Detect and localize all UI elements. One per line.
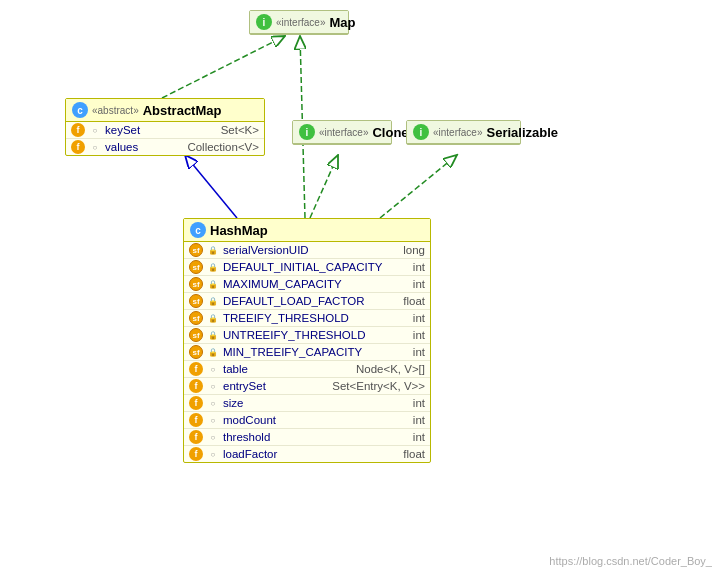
hashmap-class-box: c HashMap sf 🔒 serialVersionUID long sf …	[183, 218, 431, 463]
hashmap-field-row: f ○ loadFactor float	[184, 446, 430, 462]
hashmap-field-row: f ○ size int	[184, 395, 430, 412]
field-type: Node<K, V>[]	[356, 363, 425, 375]
field-icon-f: f	[71, 140, 85, 154]
field-type: int	[413, 329, 425, 341]
hashmap-header: c HashMap	[184, 219, 430, 242]
field-modifier: ○	[207, 363, 219, 375]
cloneable-icon: i	[299, 124, 315, 140]
abstractmap-field-keyset: f ○ keySet Set<K>	[66, 122, 264, 139]
field-modifier: ○	[207, 380, 219, 392]
serializable-stereotype: «interface»	[433, 127, 482, 138]
map-stereotype: «interface»	[276, 17, 325, 28]
field-modifier: ○	[89, 141, 101, 153]
serializable-header: i «interface» Serializable	[407, 121, 520, 144]
field-icon-f: f	[189, 430, 203, 444]
field-lock: 🔒	[207, 346, 219, 358]
field-lock: 🔒	[207, 295, 219, 307]
static-field-icon: sf	[189, 311, 203, 325]
hashmap-field-row: f ○ modCount int	[184, 412, 430, 429]
field-type: float	[403, 295, 425, 307]
cloneable-class-box: i «interface» Cloneable	[292, 120, 392, 145]
hashmap-icon: c	[190, 222, 206, 238]
field-name: DEFAULT_INITIAL_CAPACITY	[223, 261, 409, 273]
abstractmap-icon: c	[72, 102, 88, 118]
hashmap-field-row: sf 🔒 TREEIFY_THRESHOLD int	[184, 310, 430, 327]
field-type: int	[413, 312, 425, 324]
svg-line-5	[185, 155, 237, 218]
field-modifier: ○	[207, 414, 219, 426]
field-name: TREEIFY_THRESHOLD	[223, 312, 409, 324]
field-type: Set<K>	[221, 124, 259, 136]
abstractmap-name: AbstractMap	[143, 103, 222, 118]
abstractmap-class-box: c «abstract» AbstractMap f ○ keySet Set<…	[65, 98, 265, 156]
field-type: Set<Entry<K, V>>	[332, 380, 425, 392]
serializable-name: Serializable	[486, 125, 558, 140]
map-icon: i	[256, 14, 272, 30]
field-name: MIN_TREEIFY_CAPACITY	[223, 346, 409, 358]
field-modifier: ○	[207, 397, 219, 409]
field-type: Collection<V>	[187, 141, 259, 153]
serializable-icon: i	[413, 124, 429, 140]
hashmap-field-row: sf 🔒 serialVersionUID long	[184, 242, 430, 259]
field-icon-f: f	[189, 447, 203, 461]
field-name: values	[105, 141, 183, 153]
svg-line-6	[310, 155, 338, 218]
hashmap-field-row: f ○ table Node<K, V>[]	[184, 361, 430, 378]
static-field-icon: sf	[189, 345, 203, 359]
hashmap-field-row: sf 🔒 UNTREEIFY_THRESHOLD int	[184, 327, 430, 344]
svg-line-3	[162, 36, 285, 98]
hashmap-field-row: f ○ entrySet Set<Entry<K, V>>	[184, 378, 430, 395]
serializable-class-box: i «interface» Serializable	[406, 120, 521, 145]
static-field-icon: sf	[189, 243, 203, 257]
hashmap-field-row: sf 🔒 MIN_TREEIFY_CAPACITY int	[184, 344, 430, 361]
field-lock: 🔒	[207, 329, 219, 341]
field-name: threshold	[223, 431, 409, 443]
field-lock: 🔒	[207, 244, 219, 256]
field-icon-f: f	[189, 396, 203, 410]
field-name: MAXIMUM_CAPACITY	[223, 278, 409, 290]
hashmap-field-row: sf 🔒 DEFAULT_LOAD_FACTOR float	[184, 293, 430, 310]
static-field-icon: sf	[189, 328, 203, 342]
svg-line-7	[380, 155, 457, 218]
field-type: int	[413, 397, 425, 409]
map-name: Map	[329, 15, 355, 30]
field-modifier: ○	[89, 124, 101, 136]
hashmap-field-threshold: f ○ threshold int	[184, 429, 430, 446]
field-type: long	[403, 244, 425, 256]
static-field-icon: sf	[189, 294, 203, 308]
field-type: int	[413, 278, 425, 290]
cloneable-stereotype: «interface»	[319, 127, 368, 138]
hashmap-name: HashMap	[210, 223, 268, 238]
field-name: size	[223, 397, 409, 409]
diagram-container: i «interface» Map c «abstract» AbstractM…	[0, 0, 722, 575]
field-name: table	[223, 363, 352, 375]
field-name: keySet	[105, 124, 217, 136]
field-type: int	[413, 346, 425, 358]
abstractmap-field-values: f ○ values Collection<V>	[66, 139, 264, 155]
field-icon-f: f	[189, 362, 203, 376]
field-modifier: ○	[207, 448, 219, 460]
field-type: int	[413, 414, 425, 426]
field-name: modCount	[223, 414, 409, 426]
abstractmap-stereotype: «abstract»	[92, 105, 139, 116]
field-name: UNTREEIFY_THRESHOLD	[223, 329, 409, 341]
field-type: int	[413, 431, 425, 443]
field-name: serialVersionUID	[223, 244, 399, 256]
map-class-box: i «interface» Map	[249, 10, 349, 35]
static-field-icon: sf	[189, 277, 203, 291]
field-icon-f: f	[71, 123, 85, 137]
hashmap-field-row: sf 🔒 DEFAULT_INITIAL_CAPACITY int	[184, 259, 430, 276]
watermark: https://blog.csdn.net/Coder_Boy_	[549, 555, 712, 567]
field-lock: 🔒	[207, 312, 219, 324]
field-icon-f: f	[189, 379, 203, 393]
field-type: int	[413, 261, 425, 273]
field-icon-f: f	[189, 413, 203, 427]
field-lock: 🔒	[207, 261, 219, 273]
hashmap-field-row: sf 🔒 MAXIMUM_CAPACITY int	[184, 276, 430, 293]
abstractmap-header: c «abstract» AbstractMap	[66, 99, 264, 122]
field-name: loadFactor	[223, 448, 399, 460]
field-lock: 🔒	[207, 278, 219, 290]
field-type: float	[403, 448, 425, 460]
field-name: DEFAULT_LOAD_FACTOR	[223, 295, 399, 307]
field-modifier: ○	[207, 431, 219, 443]
